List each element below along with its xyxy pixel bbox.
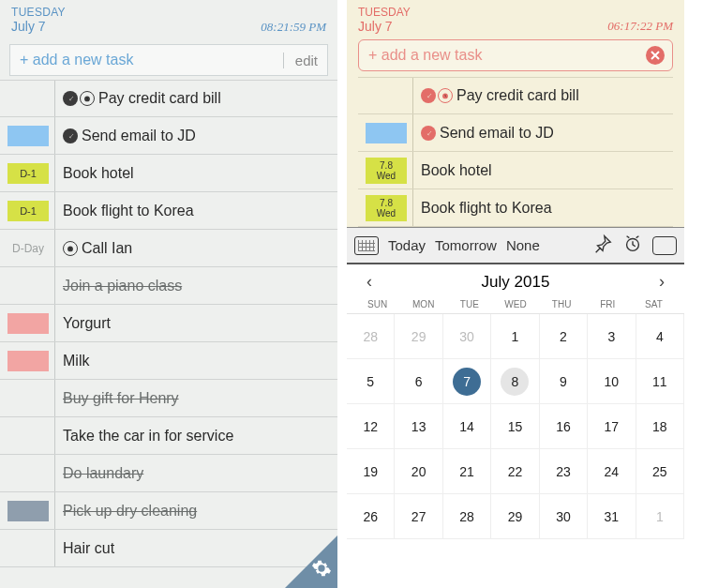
pin-icon	[592, 241, 613, 257]
calendar-day[interactable]: 2	[540, 314, 588, 359]
task-row[interactable]: Buy gift for Henry	[0, 380, 337, 417]
edit-button[interactable]: edit	[283, 53, 318, 68]
task-row[interactable]: Milk	[0, 342, 337, 380]
calendar-day[interactable]: 9	[540, 359, 588, 404]
calendar-weekdays: SUNMONTUEWEDTHUFRISAT	[347, 299, 684, 313]
gear-icon	[311, 565, 332, 581]
task-row[interactable]: Pay credit card bill	[358, 77, 673, 114]
calendar-day[interactable]: 11	[636, 359, 684, 404]
calendar-day[interactable]: 28	[347, 314, 395, 359]
calendar-day[interactable]: 30	[443, 314, 491, 359]
calendar-day[interactable]: 26	[347, 494, 395, 539]
task-row[interactable]: 7.8WedBook flight to Korea	[358, 189, 673, 227]
calendar-day[interactable]: 3	[588, 314, 636, 359]
calendar-day-number: 10	[605, 374, 620, 389]
calendar-day[interactable]: 31	[588, 494, 636, 539]
task-row[interactable]: Do laundary	[0, 455, 337, 492]
task-list: Pay credit card billSend email to JDD-1B…	[0, 80, 337, 567]
task-row[interactable]: Take the car in for service	[0, 417, 337, 455]
task-row[interactable]: 7.8WedBook hotel	[358, 152, 673, 189]
quick-date-tomorrow[interactable]: Tomorrow	[435, 237, 497, 253]
calendar-day[interactable]: 23	[540, 449, 588, 494]
chevron-right-icon: ›	[659, 272, 665, 291]
calendar-day[interactable]: 12	[347, 404, 395, 449]
task-text: Book flight to Korea	[63, 203, 194, 219]
calendar-day[interactable]: 20	[395, 449, 442, 494]
calendar-day[interactable]: 10	[588, 359, 636, 404]
alarm-toggle[interactable]	[622, 234, 643, 257]
calendar-day[interactable]: 5	[347, 359, 395, 404]
clear-input-button[interactable]	[646, 46, 665, 65]
task-row[interactable]: Pay credit card bill	[0, 80, 337, 117]
task-tag	[7, 351, 49, 371]
task-row[interactable]: D-1Book flight to Korea	[0, 192, 337, 230]
task-list-panel-light: TUESDAY July 7 08:21:59 PM + add a new t…	[0, 0, 337, 588]
task-row[interactable]: D-DayCall Ian	[0, 230, 337, 267]
calendar-next-button[interactable]: ›	[652, 272, 671, 292]
calendar-day[interactable]: 14	[443, 404, 491, 449]
pin-toggle[interactable]	[592, 234, 613, 257]
calendar-day[interactable]: 30	[540, 494, 588, 539]
calendar-day-number: 5	[366, 374, 374, 389]
calendar-day[interactable]: 29	[491, 494, 539, 539]
calendar-day[interactable]: 29	[395, 314, 442, 359]
calendar-day[interactable]: 19	[347, 449, 395, 494]
calendar-day[interactable]: 13	[395, 404, 442, 449]
task-text: Take the car in for service	[63, 428, 233, 445]
task-row[interactable]: Send email to JD	[358, 114, 673, 152]
calendar-day-number: 29	[411, 329, 426, 344]
calendar-day-number: 1	[656, 509, 664, 524]
calendar-day-number: 12	[363, 419, 378, 434]
task-tag	[366, 123, 407, 143]
calendar-day[interactable]: 6	[395, 359, 442, 404]
task-row[interactable]: Join a piano class	[0, 267, 337, 305]
calendar-day-number: 29	[508, 509, 523, 524]
calendar-day-number: 16	[556, 419, 571, 434]
keyboard-button[interactable]	[354, 236, 379, 255]
color-toggle[interactable]	[652, 236, 677, 255]
row-divider	[54, 305, 55, 341]
calendar-day[interactable]: 28	[443, 494, 491, 539]
task-row[interactable]: Send email to JD	[0, 117, 337, 155]
calendar-day[interactable]: 21	[443, 449, 491, 494]
calendar-day[interactable]: 15	[491, 404, 539, 449]
task-row[interactable]: Pick up dry cleaning	[0, 492, 337, 530]
task-tag	[7, 388, 49, 409]
calendar-day[interactable]: 1	[491, 314, 539, 359]
task-row[interactable]: D-1Book hotel	[0, 155, 337, 192]
calendar-day[interactable]: 18	[636, 404, 684, 449]
settings-button[interactable]	[311, 558, 332, 582]
calendar-day-number: 14	[459, 419, 474, 434]
pin-icon	[421, 88, 436, 103]
add-task-input[interactable]: + add a new task	[20, 52, 283, 68]
calendar-header: ‹ July 2015 ›	[347, 264, 684, 299]
calendar-prev-button[interactable]: ‹	[360, 272, 379, 292]
calendar-day[interactable]: 27	[395, 494, 442, 539]
task-tag	[7, 463, 49, 484]
task-list-panel-cream: TUESDAY July 7 06:17:22 PM + add a new t…	[347, 0, 684, 588]
task-tag	[7, 126, 49, 146]
pin-icon	[63, 128, 78, 143]
task-row[interactable]: Yorgurt	[0, 305, 337, 342]
calendar-day[interactable]: 7	[443, 359, 491, 404]
calendar-day-number: 1	[512, 329, 519, 344]
calendar-day[interactable]: 1	[636, 494, 684, 539]
task-text: Join a piano class	[63, 278, 182, 294]
task-tag	[366, 83, 407, 109]
row-divider	[54, 267, 55, 304]
calendar-day[interactable]: 16	[540, 404, 588, 449]
calendar-day[interactable]: 22	[491, 449, 539, 494]
calendar-day[interactable]: 17	[588, 404, 636, 449]
row-divider	[412, 78, 413, 113]
quick-date-none[interactable]: None	[506, 237, 540, 253]
header-date-block: TUESDAY July 7	[358, 6, 411, 34]
quick-date-today[interactable]: Today	[388, 237, 426, 253]
row-divider	[54, 117, 55, 154]
calendar-day[interactable]: 8	[491, 359, 539, 404]
calendar-day[interactable]: 24	[588, 449, 636, 494]
calendar-day[interactable]: 25	[636, 449, 684, 494]
task-text: Book hotel	[63, 165, 134, 182]
add-task-input[interactable]: + add a new task	[368, 47, 646, 64]
row-divider	[54, 530, 55, 566]
calendar-day[interactable]: 4	[636, 314, 684, 359]
